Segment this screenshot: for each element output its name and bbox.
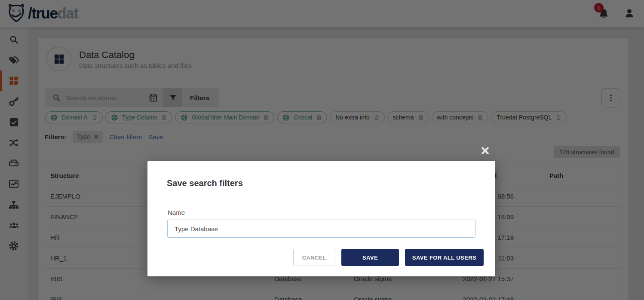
close-icon[interactable] (481, 147, 489, 155)
name-label: Name (168, 209, 185, 216)
name-field[interactable] (167, 220, 475, 238)
app-canvas: /truedat 1 (0, 0, 644, 300)
modal-divider (158, 198, 486, 198)
save-search-filters-modal: Save search filters Name CANCEL SAVE SAV… (147, 161, 495, 276)
save-button[interactable]: SAVE (341, 249, 399, 266)
modal-title: Save search filters (167, 178, 243, 188)
cancel-button[interactable]: CANCEL (293, 249, 335, 266)
save-for-all-users-button[interactable]: SAVE FOR ALL USERS (405, 249, 484, 266)
modal-buttons: CANCEL SAVE SAVE FOR ALL USERS (293, 249, 484, 266)
